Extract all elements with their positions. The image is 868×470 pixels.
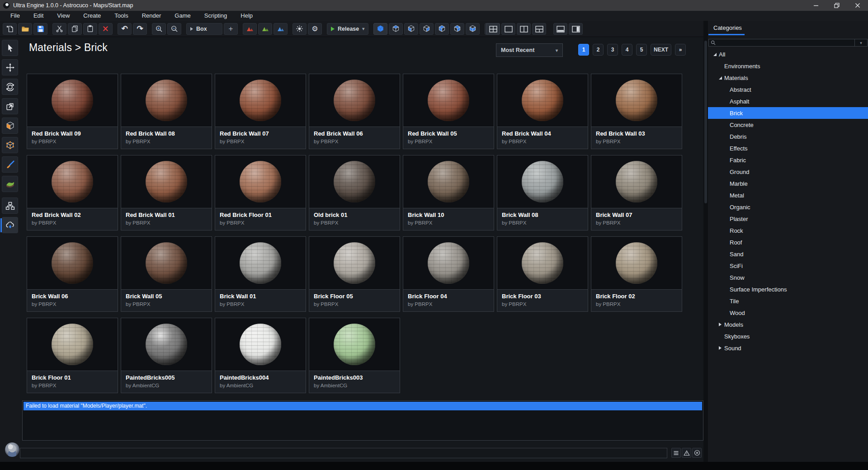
terrain-raise-icon[interactable]	[243, 23, 257, 35]
material-thumbnail[interactable]	[309, 318, 400, 371]
open-map-button[interactable]	[18, 23, 32, 35]
log-list-icon[interactable]	[671, 448, 681, 458]
layout-hsplit-button[interactable]	[532, 23, 546, 35]
category-item-organic[interactable]: Organic	[708, 201, 868, 213]
material-card[interactable]: PaintedBricks003by AmbientCG	[309, 318, 400, 393]
material-thumbnail[interactable]	[497, 237, 588, 289]
expander-closed-icon[interactable]	[716, 346, 724, 350]
cut-button[interactable]	[52, 23, 66, 35]
material-thumbnail[interactable]	[27, 155, 118, 208]
scrollbar-thumb[interactable]	[704, 41, 707, 203]
category-item-snow[interactable]: Snow	[708, 272, 868, 283]
errors-icon[interactable]	[692, 448, 702, 458]
new-map-button[interactable]	[3, 23, 17, 35]
category-item-plaster[interactable]: Plaster	[708, 213, 868, 225]
material-thumbnail[interactable]	[403, 74, 494, 127]
viewport-style-7-button[interactable]	[466, 23, 480, 35]
category-item-models[interactable]: Models	[708, 319, 868, 330]
material-card[interactable]: Brick Floor 01by PBRPX	[27, 318, 118, 393]
scrollbar-track[interactable]	[703, 21, 708, 470]
material-card[interactable]: Red Brick Wall 03by PBRPX	[591, 74, 682, 149]
material-card[interactable]: Red Brick Floor 01by PBRPX	[215, 155, 306, 230]
object-select-tool-button[interactable]	[2, 137, 18, 153]
console-input[interactable]	[20, 448, 667, 458]
material-card[interactable]: Brick Floor 05by PBRPX	[309, 236, 400, 312]
paste-button[interactable]	[83, 23, 97, 35]
material-thumbnail[interactable]	[403, 155, 494, 208]
rotate-tool-button[interactable]	[2, 79, 18, 95]
zoom-out-button[interactable]	[167, 23, 181, 35]
terrain-paint-icon[interactable]	[258, 23, 272, 35]
console-log[interactable]: Failed to load material "Models/Player/p…	[22, 400, 703, 441]
category-item-metal[interactable]: Metal	[708, 189, 868, 201]
category-item-surface-imperfections[interactable]: Surface Imperfections	[708, 283, 868, 295]
viewport-style-1-button[interactable]	[373, 23, 387, 35]
menu-scripting[interactable]: Scripting	[198, 11, 234, 21]
viewport-style-2-button[interactable]	[389, 23, 403, 35]
viewport-style-4-button[interactable]	[420, 23, 434, 35]
terrain-tool-button[interactable]	[2, 176, 18, 192]
expander-open-icon[interactable]	[716, 76, 724, 80]
material-card[interactable]: Red Brick Wall 09by PBRPX	[27, 74, 118, 149]
category-item-sound[interactable]: Sound	[708, 342, 868, 354]
menu-file[interactable]: File	[4, 11, 27, 21]
redo-button[interactable]: ↷	[133, 23, 147, 35]
viewport-style-5-button[interactable]	[435, 23, 449, 35]
material-thumbnail[interactable]	[215, 318, 306, 371]
page-button-5[interactable]: 5	[636, 44, 647, 56]
material-thumbnail[interactable]	[497, 155, 588, 208]
material-card[interactable]: Old brick 01by PBRPX	[309, 155, 400, 230]
category-item-marble[interactable]: Marble	[708, 178, 868, 189]
category-item-abstract[interactable]: Abstract	[708, 84, 868, 95]
material-thumbnail[interactable]	[121, 237, 212, 289]
category-item-fabric[interactable]: Fabric	[708, 154, 868, 166]
material-card[interactable]: PaintedBricks004by AmbientCG	[215, 318, 306, 393]
category-item-materials[interactable]: Materials	[708, 72, 868, 84]
menu-tools[interactable]: Tools	[108, 11, 135, 21]
save-button[interactable]	[33, 23, 47, 35]
material-thumbnail[interactable]	[215, 237, 306, 289]
material-card[interactable]: Brick Wall 01by PBRPX	[215, 236, 306, 312]
category-item-wood[interactable]: Wood	[708, 307, 868, 319]
search-input[interactable]	[716, 40, 854, 46]
menu-create[interactable]: Create	[76, 11, 108, 21]
material-thumbnail[interactable]	[121, 155, 212, 208]
zoom-in-button[interactable]	[152, 23, 166, 35]
material-card[interactable]: Brick Floor 03by PBRPX	[497, 236, 588, 312]
page-button-2[interactable]: 2	[593, 44, 604, 56]
menu-help[interactable]: Help	[234, 11, 259, 21]
terrain-sculpt-icon[interactable]	[274, 23, 288, 35]
environment-sun-button[interactable]	[292, 23, 307, 35]
add-primitive-button[interactable]: +	[224, 23, 238, 35]
paint-brush-tool-button[interactable]	[2, 156, 18, 173]
minimize-button[interactable]	[806, 0, 826, 11]
category-item-asphalt[interactable]: Asphalt	[708, 95, 868, 107]
page-button-next[interactable]: NEXT	[651, 44, 671, 56]
category-item-environments[interactable]: Environments	[708, 60, 868, 72]
menu-edit[interactable]: Edit	[27, 11, 50, 21]
category-item-concrete[interactable]: Concrete	[708, 119, 868, 131]
move-tool-button[interactable]	[2, 59, 18, 75]
user-avatar[interactable]	[5, 442, 20, 457]
material-thumbnail[interactable]	[309, 74, 400, 127]
console-error-line[interactable]: Failed to load material "Models/Player/p…	[24, 402, 702, 410]
page-button-»[interactable]: »	[675, 44, 686, 56]
material-card[interactable]: Brick Wall 08by PBRPX	[497, 155, 588, 230]
category-item-rock[interactable]: Rock	[708, 225, 868, 236]
layout-single-button[interactable]	[501, 23, 515, 35]
material-thumbnail[interactable]	[215, 74, 306, 127]
material-card[interactable]: Red Brick Wall 05by PBRPX	[403, 74, 494, 149]
material-card[interactable]: Red Brick Wall 01by PBRPX	[121, 155, 212, 230]
viewport-style-3-button[interactable]	[404, 23, 418, 35]
material-thumbnail[interactable]	[591, 155, 682, 208]
category-item-tile[interactable]: Tile	[708, 295, 868, 307]
delete-button[interactable]	[99, 23, 113, 35]
material-card[interactable]: Brick Floor 04by PBRPX	[403, 236, 494, 312]
page-button-4[interactable]: 4	[622, 44, 632, 56]
cloud-download-tool-button[interactable]	[2, 217, 18, 233]
category-item-roof[interactable]: Roof	[708, 236, 868, 248]
material-card[interactable]: Brick Wall 06by PBRPX	[27, 236, 118, 312]
pointer-tool-button[interactable]	[2, 40, 18, 56]
hierarchy-tool-button[interactable]	[2, 197, 18, 214]
build-config-dropdown[interactable]: Release ▾	[327, 23, 368, 35]
